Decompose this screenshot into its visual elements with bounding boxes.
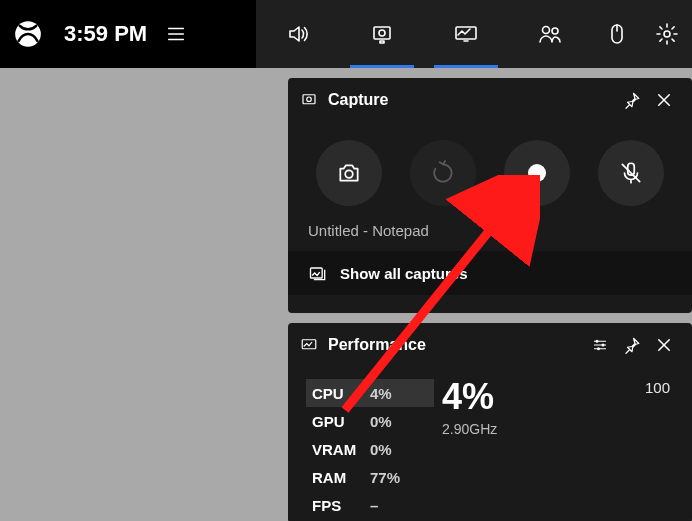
clock: 3:59 PM (64, 21, 147, 47)
stat-label: GPU (312, 413, 362, 430)
selected-stat-value: 4% (442, 379, 497, 415)
stat-row-fps[interactable]: FPS – (306, 491, 434, 519)
svg-rect-14 (302, 340, 316, 349)
close-icon (655, 91, 673, 109)
record-button[interactable] (504, 140, 570, 206)
stat-value: 0% (370, 441, 392, 458)
performance-panel-header: Performance (288, 323, 692, 367)
svg-point-10 (307, 97, 312, 102)
close-button[interactable] (648, 84, 680, 116)
svg-point-15 (596, 340, 599, 343)
svg-point-17 (597, 347, 600, 350)
stat-value: – (370, 497, 378, 514)
stat-label: FPS (312, 497, 362, 514)
svg-rect-2 (380, 41, 384, 43)
gear-icon (655, 22, 679, 46)
svg-point-3 (379, 30, 385, 36)
people-icon (537, 22, 563, 46)
capture-panel-header: Capture (288, 78, 692, 122)
svg-rect-1 (374, 27, 390, 39)
capture-panel-title: Capture (300, 91, 616, 109)
close-icon (655, 336, 673, 354)
mouse-widget-button[interactable] (592, 0, 642, 68)
svg-point-6 (552, 28, 558, 34)
audio-widget-button[interactable] (256, 0, 340, 68)
speaker-icon (286, 22, 310, 46)
record-last-icon (430, 160, 456, 186)
stat-row-vram[interactable]: VRAM 0% (306, 435, 434, 463)
show-all-captures-label: Show all captures (340, 265, 468, 282)
menu-icon[interactable] (165, 23, 187, 45)
performance-icon (453, 22, 479, 46)
stat-label: CPU (312, 385, 362, 402)
capture-actions (288, 122, 692, 216)
svg-rect-13 (311, 268, 323, 278)
topbar-widget-icons (256, 0, 692, 68)
stat-row-gpu[interactable]: GPU 0% (306, 407, 434, 435)
pin-icon (623, 336, 641, 354)
svg-point-8 (664, 31, 670, 37)
settings-button[interactable] (642, 0, 692, 68)
perf-options-button[interactable] (584, 329, 616, 361)
stat-value: 4% (370, 385, 392, 402)
performance-widget-button[interactable] (424, 0, 508, 68)
capture-target-label: Untitled - Notepad (288, 216, 692, 251)
pin-button[interactable] (616, 84, 648, 116)
pin-button[interactable] (616, 329, 648, 361)
stat-row-ram[interactable]: RAM 77% (306, 463, 434, 491)
svg-point-11 (345, 170, 353, 178)
stat-label: VRAM (312, 441, 362, 458)
record-dot-icon (528, 164, 546, 182)
stat-label: RAM (312, 469, 362, 486)
close-button[interactable] (648, 329, 680, 361)
camera-icon (336, 160, 362, 186)
mic-toggle-button[interactable] (598, 140, 664, 206)
selected-stat-subvalue: 2.90GHz (442, 421, 497, 437)
capture-icon (370, 22, 394, 46)
performance-panel-title: Performance (300, 336, 584, 354)
mouse-icon (607, 22, 627, 46)
performance-icon (300, 336, 318, 354)
mic-off-icon (618, 160, 644, 186)
xbox-icon (14, 20, 42, 48)
performance-selected-detail: 4% 2.90GHz (442, 379, 497, 519)
stat-row-cpu[interactable]: CPU 4% (306, 379, 434, 407)
performance-title-text: Performance (328, 336, 426, 354)
stat-value: 77% (370, 469, 400, 486)
topbar-left: 3:59 PM (0, 0, 256, 68)
graph-scale-max: 100 (645, 379, 674, 519)
gallery-icon (308, 263, 328, 283)
pin-icon (623, 91, 641, 109)
svg-rect-9 (303, 95, 315, 104)
sliders-icon (591, 336, 609, 354)
social-widget-button[interactable] (508, 0, 592, 68)
show-all-captures-button[interactable]: Show all captures (288, 251, 692, 295)
performance-body: CPU 4% GPU 0% VRAM 0% RAM 77% FPS – 4% 2… (288, 367, 692, 519)
capture-panel: Capture Untitled - Notepad Show all capt… (288, 78, 692, 313)
performance-stat-list: CPU 4% GPU 0% VRAM 0% RAM 77% FPS – (306, 379, 434, 519)
capture-title-text: Capture (328, 91, 388, 109)
svg-point-16 (602, 344, 605, 347)
capture-widget-button[interactable] (340, 0, 424, 68)
record-last-button[interactable] (410, 140, 476, 206)
game-bar-topbar: 3:59 PM (0, 0, 692, 68)
svg-point-5 (543, 27, 550, 34)
capture-icon (300, 91, 318, 109)
stat-value: 0% (370, 413, 392, 430)
screenshot-button[interactable] (316, 140, 382, 206)
performance-panel: Performance CPU 4% GPU 0% VRAM 0% (288, 323, 692, 521)
